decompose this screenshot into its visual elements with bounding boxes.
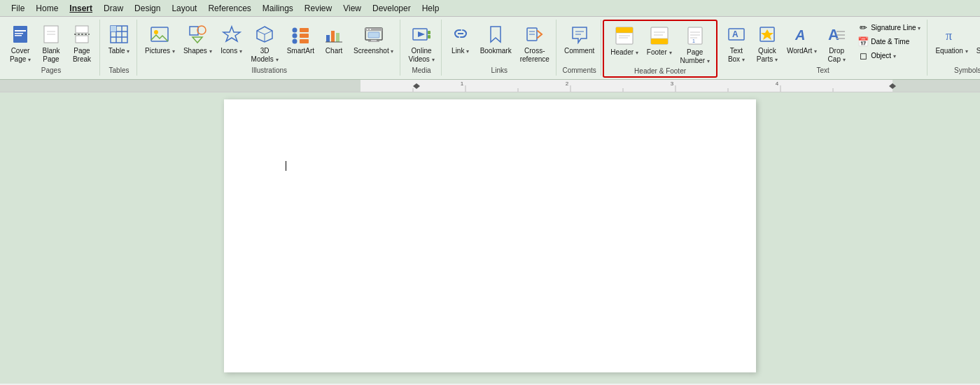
header-button[interactable]: Header ▾ xyxy=(607,22,642,59)
svg-rect-18 xyxy=(190,27,198,35)
icons-icon xyxy=(220,23,243,46)
document-page[interactable] xyxy=(224,99,756,372)
pictures-icon xyxy=(148,23,171,46)
page-number-label: PageNumber ▾ xyxy=(680,48,710,65)
comments-group-label: Comments xyxy=(561,66,598,76)
svg-rect-32 xyxy=(336,33,340,42)
menu-view[interactable]: View xyxy=(337,2,367,15)
menu-help[interactable]: Help xyxy=(416,2,445,15)
page-break-button[interactable]: PageBreak xyxy=(67,21,97,66)
menu-insert[interactable]: Insert xyxy=(64,2,98,15)
menu-developer[interactable]: Developer xyxy=(367,2,416,15)
menu-home[interactable]: Home xyxy=(30,2,64,15)
svg-point-26 xyxy=(293,39,298,44)
ruler: 1 2 3 4 xyxy=(0,80,980,92)
online-videos-button[interactable]: OnlineVideos ▾ xyxy=(405,21,438,66)
smartart-button[interactable]: SmartArt xyxy=(284,21,318,57)
svg-point-24 xyxy=(293,28,298,33)
table-button[interactable]: Table ▾ xyxy=(104,21,134,57)
svg-rect-63 xyxy=(688,27,702,44)
header-footer-group-label: Header & Footer xyxy=(607,67,713,76)
svg-rect-59 xyxy=(651,38,668,44)
equation-label: Equation ▾ xyxy=(935,47,967,55)
symbols-group-label: Symbols xyxy=(932,66,980,76)
comment-button[interactable]: Comment xyxy=(561,21,598,57)
equation-button[interactable]: π Equation ▾ xyxy=(932,21,971,57)
bookmark-button[interactable]: Bookmark xyxy=(477,21,515,57)
svg-rect-27 xyxy=(300,28,309,32)
3d-models-icon xyxy=(253,23,276,46)
drop-cap-button[interactable]: A DropCap ▾ xyxy=(822,21,851,66)
quick-parts-button[interactable]: QuickParts ▾ xyxy=(752,21,782,66)
ribbon-group-text: A TextBox ▾ QuickParts ▾ xyxy=(719,20,928,76)
menu-mailings[interactable]: Mailings xyxy=(257,2,299,15)
svg-point-25 xyxy=(293,34,298,38)
svg-rect-1 xyxy=(15,30,26,31)
comment-icon xyxy=(568,23,591,46)
screenshot-icon xyxy=(363,23,385,46)
text-group-label: Text xyxy=(722,66,925,76)
svg-rect-0 xyxy=(13,26,27,43)
ribbon-group-header-footer: Header ▾ Footer ▾ xyxy=(603,20,718,78)
illustrations-group-label: Illustrations xyxy=(141,66,397,76)
link-button[interactable]: Link ▾ xyxy=(446,21,475,57)
document-area xyxy=(0,92,980,384)
menu-file[interactable]: File xyxy=(6,2,30,15)
chart-button[interactable]: Chart xyxy=(319,21,349,57)
menu-design[interactable]: Design xyxy=(129,2,166,15)
object-button[interactable]: ◻ Object ▾ xyxy=(854,49,924,62)
page-number-button[interactable]: 1 PageNumber ▾ xyxy=(677,22,713,67)
menu-layout[interactable]: Layout xyxy=(166,2,202,15)
footer-button[interactable]: Footer ▾ xyxy=(643,22,676,59)
page-break-icon xyxy=(71,23,93,46)
menu-review[interactable]: Review xyxy=(299,2,337,15)
cross-reference-label: Cross-reference xyxy=(520,47,550,64)
bookmark-icon xyxy=(484,23,507,46)
wordart-button[interactable]: A WordArt ▾ xyxy=(783,21,820,57)
text-box-button[interactable]: A TextBox ▾ xyxy=(722,21,751,66)
text-box-icon: A xyxy=(725,23,748,46)
screenshot-button[interactable]: Screenshot ▾ xyxy=(350,21,397,57)
wordart-label: WordArt ▾ xyxy=(787,47,817,55)
svg-rect-44 xyxy=(428,31,430,34)
svg-text:π: π xyxy=(946,29,952,43)
ribbon: CoverPage ▾ BlankPage xyxy=(0,17,980,80)
page-number-icon: 1 xyxy=(684,24,706,47)
svg-text:A: A xyxy=(794,27,805,43)
text-cursor xyxy=(286,161,286,171)
svg-text:3: 3 xyxy=(671,80,674,87)
blank-page-button[interactable]: BlankPage xyxy=(36,21,66,66)
svg-marker-47 xyxy=(491,27,500,42)
shapes-button[interactable]: Shapes ▾ xyxy=(180,21,216,57)
date-time-button[interactable]: 📅 Date & Time xyxy=(854,35,924,48)
svg-rect-2 xyxy=(15,33,23,34)
smartart-label: SmartArt xyxy=(287,47,314,55)
symbol-button[interactable]: Ω Symbol xyxy=(973,21,980,57)
3d-models-button[interactable]: 3DModels ▾ xyxy=(248,21,282,66)
ribbon-group-symbols: π Equation ▾ Ω Symbol Symbols xyxy=(929,20,980,76)
menu-references[interactable]: References xyxy=(202,2,256,15)
pictures-button[interactable]: Pictures ▾ xyxy=(141,21,178,57)
tables-group-label: Tables xyxy=(104,66,134,76)
ribbon-group-illustrations: Pictures ▾ Shapes ▾ xyxy=(139,20,400,76)
icons-label: Icons ▾ xyxy=(220,47,242,55)
signature-line-label: Signature Line ▾ xyxy=(871,24,920,31)
menu-draw[interactable]: Draw xyxy=(98,2,129,15)
svg-text:A: A xyxy=(732,29,738,39)
svg-rect-45 xyxy=(428,35,430,38)
svg-point-17 xyxy=(154,30,158,34)
cover-page-button[interactable]: CoverPage ▾ xyxy=(6,21,35,66)
blank-page-icon xyxy=(40,23,62,46)
cross-reference-icon xyxy=(524,23,546,46)
links-group-label: Links xyxy=(446,66,553,76)
svg-marker-43 xyxy=(418,31,425,37)
signature-line-button[interactable]: ✏ Signature Line ▾ xyxy=(854,21,924,34)
cross-reference-button[interactable]: Cross-reference xyxy=(517,21,553,66)
icons-button[interactable]: Icons ▾ xyxy=(217,21,246,57)
header-icon xyxy=(613,24,636,47)
svg-marker-21 xyxy=(223,27,240,41)
chart-icon xyxy=(323,23,345,46)
svg-rect-15 xyxy=(111,26,116,31)
svg-rect-37 xyxy=(371,40,377,41)
svg-rect-41 xyxy=(368,32,379,38)
